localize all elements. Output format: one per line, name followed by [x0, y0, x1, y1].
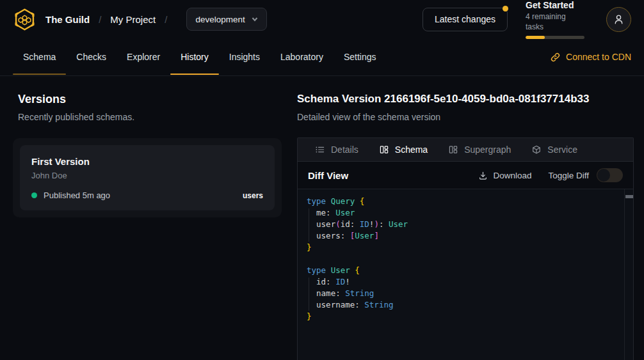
tab-history[interactable]: History: [170, 38, 219, 75]
version-author: John Doe: [31, 170, 263, 181]
get-started-title: Get Started: [526, 0, 584, 11]
primary-nav: Schema Checks Explorer History Insights …: [0, 38, 644, 76]
get-started-subtitle: 4 remaining tasks: [526, 12, 584, 32]
get-started-widget[interactable]: Get Started 4 remaining tasks: [526, 0, 584, 39]
versions-title: Versions: [18, 91, 289, 107]
tab-supergraph-label: Supergraph: [464, 145, 511, 155]
published-dot: [31, 192, 37, 198]
cube-icon: [531, 145, 542, 155]
target-selector[interactable]: development: [186, 8, 266, 31]
download-icon: [478, 171, 488, 180]
version-detail-title: Schema Version 2166196f-5e10-4059-bd0a-0…: [297, 91, 634, 107]
service-badge: users: [243, 191, 263, 200]
tab-schema-view[interactable]: Schema: [371, 138, 436, 161]
tab-laboratory[interactable]: Laboratory: [270, 38, 334, 75]
latest-changes-label: Latest changes: [435, 14, 495, 24]
indent-guide: [309, 208, 309, 242]
tab-explorer[interactable]: Explorer: [117, 38, 170, 75]
versions-panel: Versions Recently published schemas. Fir…: [0, 91, 289, 360]
tab-details[interactable]: Details: [307, 138, 367, 161]
list-icon: [315, 145, 325, 155]
tab-service-label: Service: [547, 145, 577, 155]
editor-scrollbar: [624, 189, 633, 360]
progress-fill: [526, 36, 545, 39]
link-icon: [550, 52, 561, 63]
tab-schema[interactable]: Schema: [13, 38, 66, 75]
tab-service[interactable]: Service: [523, 138, 586, 161]
tab-supergraph[interactable]: Supergraph: [440, 138, 519, 161]
download-button[interactable]: Download: [478, 171, 531, 180]
breadcrumb-org[interactable]: The Guild: [45, 14, 90, 25]
tab-insights[interactable]: Insights: [219, 38, 270, 75]
user-avatar[interactable]: [606, 7, 631, 32]
version-name: First Version: [31, 155, 263, 168]
breadcrumb-separator: /: [99, 14, 101, 25]
download-label: Download: [493, 171, 531, 180]
toggle-diff-label: Toggle Diff: [548, 171, 589, 180]
main-content: Versions Recently published schemas. Fir…: [0, 76, 644, 360]
tab-checks[interactable]: Checks: [66, 38, 117, 75]
schema-viewer-panel: Details Schema Supergraph: [297, 137, 634, 360]
switch-knob: [597, 169, 610, 182]
version-detail-panel: Schema Version 2166196f-5e10-4059-bd0a-0…: [297, 91, 634, 360]
connect-to-cdn-label: Connect to CDN: [566, 52, 631, 62]
schema-code-editor: type Query { me: User user(id: ID!): Use…: [298, 189, 633, 360]
breadcrumb-project[interactable]: My Project: [110, 14, 156, 25]
version-list-item[interactable]: First Version John Doe Published 5m ago …: [20, 145, 275, 210]
versions-list: First Version John Doe Published 5m ago …: [13, 138, 282, 217]
tab-settings[interactable]: Settings: [334, 38, 387, 75]
app-header: The Guild / My Project / development Lat…: [0, 0, 644, 38]
detail-tabs: Details Schema Supergraph: [298, 138, 633, 162]
diff-view-title: Diff View: [308, 170, 348, 181]
panels-icon: [379, 145, 389, 155]
version-detail-subtitle: Detailed view of the schema version: [297, 111, 634, 123]
user-icon: [613, 13, 625, 26]
target-selector-value: development: [195, 15, 245, 24]
indent-guide: [309, 278, 309, 311]
notification-dot: [503, 6, 508, 12]
scrollbar-thumb[interactable]: [625, 195, 633, 198]
hive-logo-icon[interactable]: [13, 8, 36, 31]
version-status: Published 5m ago: [44, 191, 110, 200]
chevron-down-icon: [252, 16, 258, 22]
versions-subtitle: Recently published schemas.: [18, 111, 289, 123]
connect-to-cdn-link[interactable]: Connect to CDN: [550, 38, 631, 75]
toggle-diff-switch[interactable]: [597, 168, 623, 182]
latest-changes-button[interactable]: Latest changes: [423, 8, 508, 31]
breadcrumb-separator: /: [165, 14, 167, 25]
code-content: type Query { me: User user(id: ID!): Use…: [307, 196, 620, 322]
panels-icon: [448, 145, 458, 155]
tab-details-label: Details: [331, 145, 358, 155]
diff-toolbar: Diff View Download Toggle Diff: [298, 162, 633, 189]
tab-schema-view-label: Schema: [395, 145, 428, 155]
